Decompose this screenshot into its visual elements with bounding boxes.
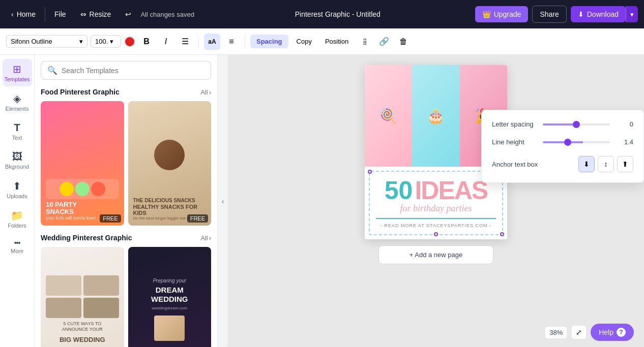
letter-spacing-row: Letter spacing 0 <box>492 120 633 128</box>
list-button[interactable]: ≡ <box>223 34 240 50</box>
download-button[interactable]: ⬇ Download <box>571 6 626 22</box>
template-badge: FREE <box>187 214 208 223</box>
file-button[interactable]: File <box>49 7 71 21</box>
canvas-image-1: 🍭 <box>365 65 412 167</box>
more-icon: ••• <box>14 239 20 247</box>
canvas-footer: - READ MORE AT STACEYSPARTIES.COM - <box>376 223 496 228</box>
chevron-right-icon: › <box>209 234 211 242</box>
line-height-row: Line height 1.4 <box>492 138 633 146</box>
help-button[interactable]: Help ? <box>591 324 634 341</box>
chevron-left-icon: ‹ <box>222 197 224 205</box>
italic-button[interactable]: I <box>158 34 174 50</box>
upgrade-button[interactable]: 👑 Upgrade <box>475 6 529 22</box>
sidebar-item-more[interactable]: ••• More <box>3 235 32 258</box>
align-icon: ☰ <box>182 37 189 46</box>
copy-button[interactable]: Copy <box>291 35 317 48</box>
bottom-bar: 38% ⤢ Help ? <box>545 324 634 341</box>
letter-spacing-value: 0 <box>615 120 633 128</box>
food-section-title: Food Pinterest Graphic <box>41 88 120 96</box>
toolbar-separator <box>198 36 199 48</box>
wedding-section-title: Wedding Pinterest Graphic <box>41 234 132 242</box>
template-badge: FREE <box>100 214 121 223</box>
link-icon: 🔗 <box>379 37 389 46</box>
download-group: ⬇ Download ▾ <box>571 6 638 22</box>
toolbar: Sifonn Outline ▾ 100. ▾ B I ☰ aA ≡ Spaci… <box>0 28 644 55</box>
position-button[interactable]: Position <box>320 35 354 48</box>
undo-icon: ↩ <box>125 10 131 18</box>
help-icon: ? <box>617 328 626 337</box>
resize-button[interactable]: ⇔ Resize <box>75 7 116 21</box>
text-icon: T <box>14 122 20 134</box>
document-title: Pinterest Graphic - Untitled <box>295 10 380 18</box>
chevron-down-icon: ▾ <box>630 11 634 18</box>
canvas-subtitle: for birthday parties <box>376 203 496 214</box>
share-button[interactable]: Share <box>532 6 566 23</box>
text-align-button[interactable]: ☰ <box>177 34 193 50</box>
download-icon: ⬇ <box>578 10 584 18</box>
templates-icon: ⊞ <box>13 63 21 75</box>
canvas-image-2: 🎂 <box>412 65 459 167</box>
food-section-all[interactable]: All › <box>200 88 211 96</box>
line-height-value: 1.4 <box>615 138 633 146</box>
letter-spacing-label: Letter spacing <box>492 120 543 128</box>
chevron-right-icon: › <box>209 88 211 96</box>
mosaic-button[interactable]: ⣿ <box>357 34 373 50</box>
list-icon: ≡ <box>229 37 233 46</box>
template-card[interactable]: THE DELICIOUS SNACKS HEALTHY SNACKS FOR … <box>128 101 212 226</box>
sidebar-item-folders[interactable]: 📁 Folders <box>3 205 32 233</box>
anchor-middle-button[interactable]: ↕ <box>598 156 614 172</box>
home-label: Home <box>17 10 36 18</box>
undo-button[interactable]: ↩ <box>120 7 136 21</box>
line-height-slider[interactable] <box>543 141 610 143</box>
template-card[interactable]: Preparing your DREAMWEDDING weddingdream… <box>128 247 212 347</box>
mosaic-icon: ⣿ <box>363 38 367 45</box>
canvas-number: 50 <box>385 178 413 203</box>
line-height-label: Line height <box>492 138 543 146</box>
header-right: 👑 Upgrade Share ⬇ Download ▾ <box>475 6 638 23</box>
spacing-button[interactable]: Spacing <box>250 35 288 48</box>
sidebar-item-background[interactable]: 🖼 Bkground <box>3 147 32 174</box>
anchor-bottom-button[interactable]: ⬆ <box>617 156 633 172</box>
font-name-label: Sifonn Outline <box>11 38 52 45</box>
search-box[interactable]: 🔍 <box>41 61 211 80</box>
sidebar-item-text[interactable]: T Text <box>3 118 32 145</box>
header: ‹ Home File ⇔ Resize ↩ All changes saved… <box>0 0 644 28</box>
font-size-select[interactable]: 100. ▾ <box>91 35 121 48</box>
bold-button[interactable]: B <box>138 34 155 50</box>
text-color-picker[interactable] <box>124 36 135 47</box>
folders-icon: 📁 <box>11 209 23 222</box>
template-card[interactable]: 10 PARTYSNACKS your kids will surely lov… <box>41 101 124 226</box>
panel-collapse-button[interactable]: ‹ <box>218 55 228 347</box>
sidebar-item-templates[interactable]: ⊞ Templates <box>3 59 32 86</box>
download-dropdown-button[interactable]: ▾ <box>626 6 638 22</box>
add-page-button[interactable]: + Add a new page <box>378 245 493 264</box>
fullscreen-button[interactable]: ⤢ <box>571 325 587 339</box>
template-card[interactable]: 5 CUTE WAYS TOANNOUNCE YOUR BIG WEDDING … <box>41 247 124 347</box>
resize-icon: ⇔ <box>80 10 86 18</box>
wedding-section-all[interactable]: All › <box>200 234 211 242</box>
anchor-row: Anchor text box ⬇ ↕ ⬆ <box>492 156 633 172</box>
home-button[interactable]: ‹ Home <box>6 7 41 21</box>
canvas-divider <box>376 218 496 219</box>
food-templates-grid: 10 PARTYSNACKS your kids will surely lov… <box>41 101 211 226</box>
anchor-top-button[interactable]: ⬇ <box>578 156 595 172</box>
background-icon: 🖼 <box>12 151 22 163</box>
crown-icon: 👑 <box>482 10 491 18</box>
delete-button[interactable]: 🗑 <box>395 34 412 50</box>
chevron-left-icon: ‹ <box>11 10 14 18</box>
link-button[interactable]: 🔗 <box>376 34 392 50</box>
font-size-label: 100. <box>95 38 108 45</box>
text-case-button[interactable]: aA <box>204 34 220 50</box>
search-input[interactable] <box>62 67 204 75</box>
sidebar-item-elements[interactable]: ◈ Elements <box>3 88 32 116</box>
font-family-select[interactable]: Sifonn Outline ▾ <box>6 35 87 48</box>
search-icon: 🔍 <box>47 66 57 75</box>
letter-spacing-slider[interactable] <box>543 123 610 125</box>
sidebar: ⊞ Templates ◈ Elements T Text 🖼 Bkground… <box>0 55 35 347</box>
toolbar-separator-2 <box>245 36 245 48</box>
canvas-area: 🍭 🎂 🎉 50 IDEAS for birthday parties - RE… <box>228 55 644 347</box>
trash-icon: 🗑 <box>399 37 407 46</box>
main-area: ⊞ Templates ◈ Elements T Text 🖼 Bkground… <box>0 55 644 347</box>
anchor-bottom-icon: ⬆ <box>622 160 628 168</box>
sidebar-item-uploads[interactable]: ⬆ Uploads <box>3 176 32 203</box>
